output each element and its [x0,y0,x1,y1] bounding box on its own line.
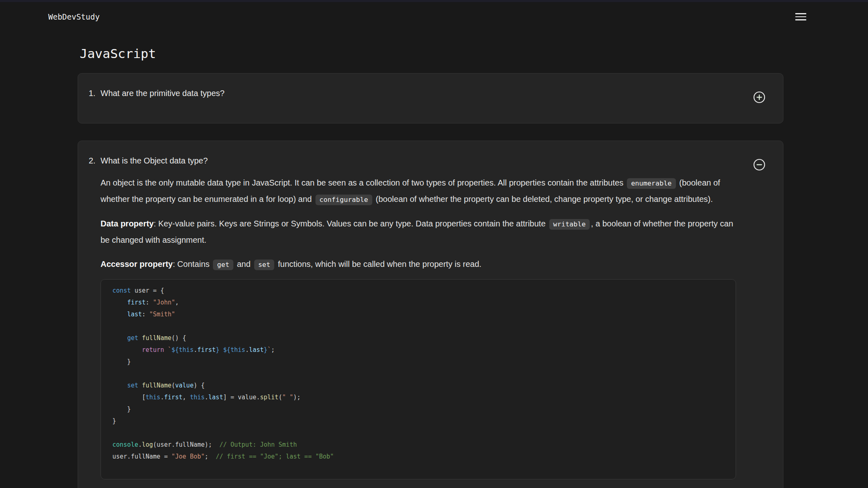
code-line: set fullName(value) { [112,380,727,392]
inline-code-chip: configurable [315,195,372,205]
bold-term: Data property [101,219,154,228]
code-line: return `${this.first} ${this.last}`; [112,344,727,356]
question-number: 1. [89,87,101,99]
code-line: first: "John", [112,297,727,309]
code-line: } [112,415,727,427]
hamburger-menu-icon[interactable] [795,11,806,22]
question-1-row: 1. What are the primitive data types? [89,87,748,99]
page-title: JavaScript [80,46,783,61]
code-line [112,320,727,332]
paragraph-text: : Contains [173,260,212,269]
bold-term: Accessor property [101,260,173,269]
question-text: What is the Object data type? [101,154,208,167]
question-2-row: 2. What is the Object data type? [89,154,748,167]
answer-paragraph: An object is the only mutable data type … [101,175,735,208]
paragraph-text: : Key-value pairs. Keys are Strings or S… [154,219,548,228]
hamburger-line [795,19,806,20]
hamburger-line [795,13,806,14]
code-line: last: "Smith" [112,309,727,320]
answer-body: An object is the only mutable data type … [101,175,735,479]
question-card-1: 1. What are the primitive data types? [78,73,783,123]
expand-plus-icon[interactable] [753,91,765,103]
app-header: WebDevStudy [0,2,868,31]
code-line [112,368,727,380]
code-line: } [112,403,727,415]
collapse-minus-icon[interactable] [753,159,765,171]
code-line: [this.first, this.last] = value.split(" … [112,392,727,403]
main-content: JavaScript 1. What are the primitive dat… [78,46,783,488]
inline-code-chip: writable [549,219,590,230]
question-text: What are the primitive data types? [101,87,224,99]
paragraph-text: functions, which will be called when the… [275,260,481,269]
answer-paragraph: Accessor property: Contains get and set … [101,256,735,273]
inline-code-chip: set [254,260,275,270]
answer-paragraph: Data property: Key-value pairs. Keys are… [101,216,735,248]
inline-code-chip: get [213,260,233,270]
hamburger-line [795,16,806,18]
app-brand[interactable]: WebDevStudy [48,12,100,21]
question-number: 2. [89,154,101,167]
code-line: user.fullName = "Joe Bob"; // first == "… [112,451,727,463]
code-block: const user = { first: "John", last: "Smi… [101,279,736,479]
question-card-2: 2. What is the Object data type? An obje… [78,141,783,488]
paragraph-text: (boolean of whether the property can be … [374,195,713,204]
inline-code-chip: enumerable [627,178,676,189]
paragraph-text: An object is the only mutable data type … [101,178,626,187]
question-1-content: 1. What are the primitive data types? [89,87,748,103]
code-line: console.log(user.fullName); // Output: J… [112,439,727,451]
code-line: const user = { [112,285,727,297]
code-line: } [112,356,727,368]
code-line [112,427,727,439]
question-2-content: 2. What is the Object data type? An obje… [89,154,748,479]
paragraph-text: and [235,260,253,269]
code-line: get fullName() { [112,332,727,344]
